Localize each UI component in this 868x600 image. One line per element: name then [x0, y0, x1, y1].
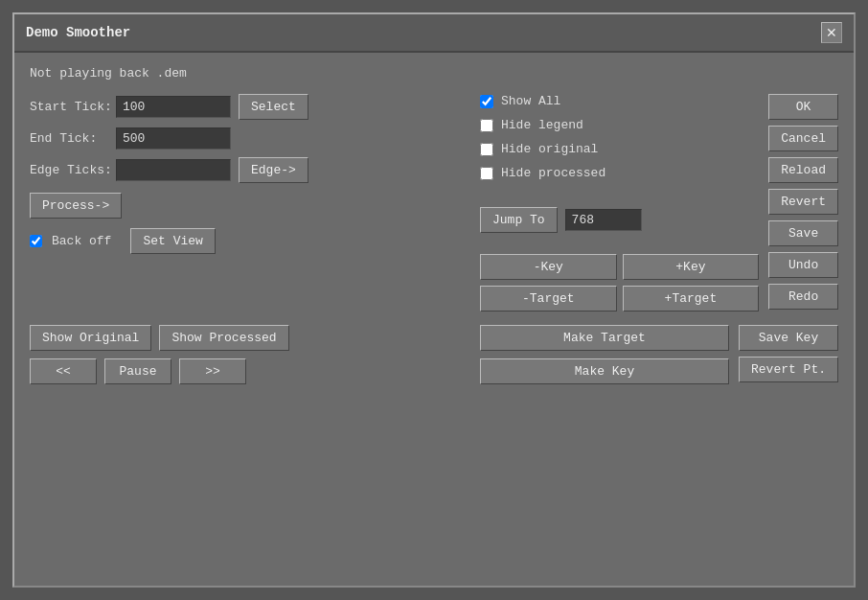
hide-original-row: Hide original: [480, 142, 759, 156]
show-all-row: Show All: [480, 94, 759, 108]
dialog-title: Demo Smoother: [26, 25, 130, 40]
minus-key-button[interactable]: -Key: [480, 254, 617, 280]
show-all-checkbox[interactable]: [480, 95, 493, 108]
playback-row: << Pause >>: [30, 358, 470, 384]
make-target-button[interactable]: Make Target: [480, 325, 729, 351]
show-all-label: Show All: [501, 94, 560, 108]
end-tick-label: End Tick:: [30, 131, 116, 146]
set-view-button[interactable]: Set View: [130, 228, 215, 254]
jump-row: Jump To: [480, 207, 759, 233]
plus-target-button[interactable]: +Target: [623, 286, 760, 312]
hide-processed-label: Hide processed: [501, 166, 605, 180]
cancel-button[interactable]: Cancel: [768, 126, 838, 151]
back-off-checkbox[interactable]: [30, 235, 42, 247]
select-button[interactable]: Select: [239, 94, 308, 120]
hide-legend-label: Hide legend: [501, 118, 583, 132]
save-key-button[interactable]: Save Key: [739, 325, 838, 351]
show-processed-button[interactable]: Show Processed: [159, 325, 288, 351]
status-text: Not playing back .dem: [30, 66, 838, 81]
revert-button[interactable]: Revert: [768, 189, 838, 215]
plus-key-button[interactable]: +Key: [623, 254, 760, 280]
right-buttons: OK Cancel Reload Revert Save Undo Redo: [768, 94, 838, 312]
hide-original-checkbox[interactable]: [480, 143, 493, 156]
pause-button[interactable]: Pause: [104, 358, 171, 384]
hide-legend-row: Hide legend: [480, 118, 759, 132]
title-bar: Demo Smoother ✕: [14, 14, 854, 53]
start-tick-label: Start Tick:: [30, 100, 116, 114]
backoff-row: Back off Set View: [30, 228, 470, 254]
edge-ticks-input[interactable]: [116, 159, 231, 181]
hide-original-label: Hide original: [501, 142, 598, 156]
end-tick-row: End Tick:: [30, 127, 470, 150]
hide-processed-row: Hide processed: [480, 166, 759, 180]
show-original-button[interactable]: Show Original: [30, 325, 151, 351]
process-row: Process->: [30, 193, 470, 219]
ok-button[interactable]: OK: [768, 94, 838, 120]
edge-ticks-row: Edge Ticks: Edge->: [30, 157, 470, 183]
prev-button[interactable]: <<: [30, 358, 97, 384]
edge-button[interactable]: Edge->: [239, 157, 308, 183]
jump-input[interactable]: [565, 209, 642, 231]
key-grid: -Key +Key -Target +Target: [480, 254, 759, 312]
bottom-right: Save Key Revert Pt.: [739, 325, 838, 384]
bottom-left: Show Original Show Processed << Pause >>: [30, 325, 470, 384]
start-tick-input[interactable]: [116, 96, 231, 118]
hide-legend-checkbox[interactable]: [480, 119, 493, 132]
bottom-middle: Make Target Make Key: [480, 325, 729, 384]
start-tick-row: Start Tick: Select: [30, 94, 470, 120]
close-button[interactable]: ✕: [821, 22, 842, 43]
back-off-label: Back off: [52, 234, 111, 248]
show-row: Show Original Show Processed: [30, 325, 470, 351]
demo-smoother-dialog: Demo Smoother ✕ Not playing back .dem St…: [12, 12, 856, 588]
save-button[interactable]: Save: [768, 220, 838, 246]
hide-processed-checkbox[interactable]: [480, 167, 493, 180]
redo-button[interactable]: Redo: [768, 284, 838, 310]
minus-target-button[interactable]: -Target: [480, 286, 617, 312]
revert-pt-button[interactable]: Revert Pt.: [739, 357, 838, 382]
end-tick-input[interactable]: [116, 127, 231, 150]
jump-to-button[interactable]: Jump To: [480, 207, 558, 233]
next-button[interactable]: >>: [179, 358, 246, 384]
make-key-button[interactable]: Make Key: [480, 358, 729, 384]
bottom-section: Show Original Show Processed << Pause >>…: [30, 325, 838, 384]
undo-button[interactable]: Undo: [768, 252, 838, 278]
edge-ticks-label: Edge Ticks:: [30, 163, 116, 177]
process-button[interactable]: Process->: [30, 193, 122, 219]
reload-button[interactable]: Reload: [768, 157, 838, 183]
